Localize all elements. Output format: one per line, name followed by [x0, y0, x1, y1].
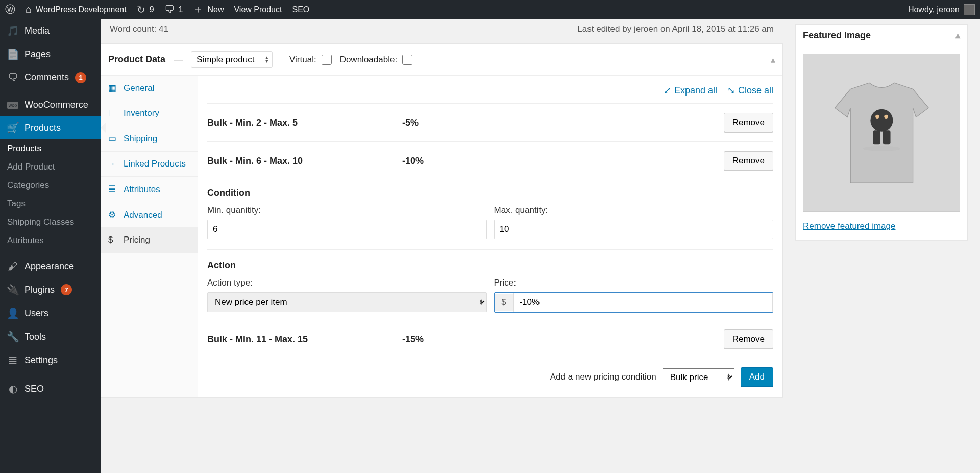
featured-image-panel: Featured Image ▴: [795, 24, 968, 240]
remove-button[interactable]: Remove: [724, 113, 773, 132]
rule-value: -10%: [394, 156, 724, 167]
featured-image-thumbnail[interactable]: [803, 54, 960, 212]
tab-pricing[interactable]: $Pricing: [101, 228, 198, 253]
pricing-panel: ⤢Expand all ⤡Close all Bulk - Min. 2 - M…: [198, 76, 782, 397]
currency-symbol: $: [495, 294, 514, 311]
tshirt-icon: [819, 70, 944, 196]
add-button[interactable]: Add: [741, 367, 773, 387]
downloadable-checkbox[interactable]: [402, 55, 412, 65]
tab-advanced-label: Advanced: [124, 210, 162, 220]
menu-pages-label: Pages: [24, 49, 51, 60]
max-qty-input[interactable]: [494, 220, 774, 239]
remove-button[interactable]: Remove: [724, 329, 773, 349]
tab-shipping-label: Shipping: [124, 134, 157, 144]
tab-attributes[interactable]: ☰Attributes: [101, 177, 198, 202]
menu-users[interactable]: 👤Users: [0, 301, 101, 325]
virtual-checkbox-label: Virtual:: [289, 55, 332, 65]
product-type-select[interactable]: Simple product: [191, 51, 273, 68]
submenu-add-product[interactable]: Add Product: [0, 158, 101, 176]
close-all-link[interactable]: ⤡Close all: [727, 85, 773, 96]
menu-tools-label: Tools: [24, 332, 46, 342]
product-data-panel: Product Data — Simple product ▴▾ Virtual…: [101, 43, 783, 397]
price-input[interactable]: [513, 293, 773, 312]
menu-settings[interactable]: 𝌆Settings: [0, 348, 101, 372]
pages-icon: 📄: [7, 48, 18, 60]
svg-point-1: [875, 114, 879, 118]
separator: —: [174, 54, 183, 65]
menu-woo-label: WooCommerce: [24, 100, 88, 110]
word-count: Word count: 41: [110, 24, 168, 34]
plug-icon: 🔌: [7, 283, 18, 296]
downloadable-checkbox-label: Downloadable:: [340, 55, 412, 65]
view-product-link[interactable]: View Product: [234, 5, 282, 14]
submenu-products[interactable]: Products: [0, 139, 101, 158]
admin-bar: ⓦ ⌂WordPress Development ↻9 🗨1 ＋New View…: [0, 0, 980, 19]
comments-link[interactable]: 🗨1: [164, 4, 183, 15]
menu-tools[interactable]: 🔧Tools: [0, 325, 101, 348]
menu-media[interactable]: 🎵Media: [0, 19, 101, 42]
action-type-select[interactable]: New price per item: [207, 292, 487, 312]
new-link[interactable]: ＋New: [193, 3, 224, 16]
tab-attributes-label: Attributes: [124, 184, 160, 195]
brush-icon: 🖌: [7, 261, 18, 272]
account-link[interactable]: Howdy, jeroen: [908, 4, 975, 15]
gear-icon: ⚙: [108, 209, 117, 220]
condition-type-select[interactable]: Bulk price: [663, 368, 734, 386]
svg-point-5: [863, 146, 900, 151]
pricing-rule-row: Bulk - Min. 2 - Max. 5 -5% Remove: [207, 103, 773, 141]
price-label: Price:: [494, 278, 774, 288]
menu-products[interactable]: 🛒Products: [0, 116, 101, 139]
tab-general[interactable]: ▦General: [101, 76, 198, 101]
expand-all-link[interactable]: ⤢Expand all: [664, 85, 717, 96]
menu-seo[interactable]: ◐SEO: [0, 377, 101, 400]
tab-pricing-label: Pricing: [124, 235, 150, 245]
submenu-attributes[interactable]: Attributes: [0, 231, 101, 250]
menu-comments-label: Comments: [24, 72, 69, 83]
link-icon: ⫘: [108, 159, 117, 169]
product-data-title: Product Data: [108, 54, 165, 65]
rule-label: Bulk - Min. 11 - Max. 15: [207, 334, 394, 345]
menu-appearance[interactable]: 🖌Appearance: [0, 255, 101, 278]
panel-collapse-icon[interactable]: ▴: [955, 30, 960, 41]
menu-comments[interactable]: 🗨Comments1: [0, 66, 101, 89]
min-qty-input[interactable]: [207, 220, 487, 239]
action-title: Action: [207, 260, 773, 271]
comments-pending-count: 1: [179, 5, 183, 14]
rule-label: Bulk - Min. 2 - Max. 5: [207, 117, 394, 128]
tab-advanced[interactable]: ⚙Advanced: [101, 202, 198, 228]
updates-link[interactable]: ↻9: [137, 4, 154, 16]
howdy-text: Howdy, jeroen: [908, 5, 960, 14]
svg-rect-3: [873, 130, 880, 144]
menu-pages[interactable]: 📄Pages: [0, 42, 101, 66]
submenu-categories[interactable]: Categories: [0, 176, 101, 195]
menu-plugins[interactable]: 🔌Plugins7: [0, 278, 101, 301]
add-condition-row: Add a new pricing condition Bulk price ▴…: [207, 367, 773, 387]
plugins-badge: 7: [61, 284, 72, 295]
wp-logo-icon[interactable]: ⓦ: [5, 3, 15, 16]
rule-label: Bulk - Min. 6 - Max. 10: [207, 156, 394, 167]
tab-inventory[interactable]: ⦀Inventory: [101, 101, 198, 126]
tab-inventory-label: Inventory: [124, 108, 159, 119]
svg-rect-4: [883, 130, 890, 144]
media-icon: 🎵: [7, 25, 18, 37]
remove-button[interactable]: Remove: [724, 151, 773, 171]
add-condition-label: Add a new pricing condition: [550, 372, 656, 382]
seo-link[interactable]: SEO: [292, 5, 309, 14]
refresh-icon: ↻: [137, 4, 145, 16]
remove-featured-image-link[interactable]: Remove featured image: [803, 221, 895, 231]
admin-sidebar: 🎵Media 📄Pages 🗨Comments1 wooWooCommerce …: [0, 19, 101, 473]
product-data-header: Product Data — Simple product ▴▾ Virtual…: [101, 44, 782, 76]
submenu-tags[interactable]: Tags: [0, 195, 101, 213]
submenu-shipping-classes[interactable]: Shipping Classes: [0, 213, 101, 231]
tab-general-label: General: [124, 83, 154, 93]
rule-value: -5%: [394, 117, 724, 128]
tab-linked[interactable]: ⫘Linked Products: [101, 152, 198, 177]
site-link[interactable]: ⌂WordPress Development: [26, 4, 127, 15]
downloadable-text: Downloadable:: [340, 55, 397, 65]
tab-shipping[interactable]: ▭Shipping: [101, 126, 198, 152]
sliders-icon: 𝌆: [7, 354, 18, 366]
virtual-text: Virtual:: [289, 55, 316, 65]
panel-collapse-icon[interactable]: ▴: [771, 54, 775, 65]
menu-woocommerce[interactable]: wooWooCommerce: [0, 94, 101, 116]
virtual-checkbox[interactable]: [322, 55, 332, 65]
